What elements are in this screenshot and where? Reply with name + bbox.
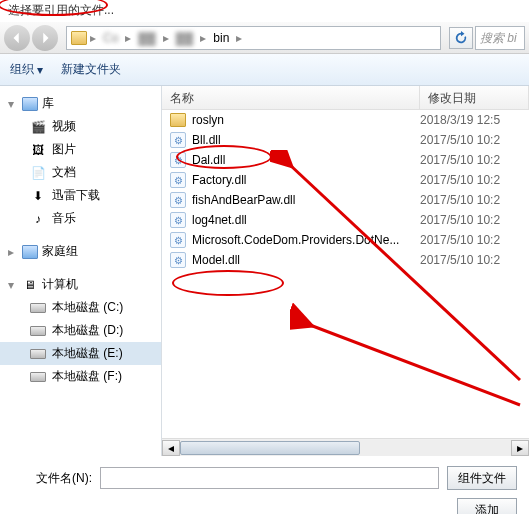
file-date: 2017/5/10 10:2 [420,253,500,267]
dialog-footer: 文件名(N): 组件文件 添加 [0,456,529,514]
dll-file-icon: ⚙ [170,192,186,208]
filename-label: 文件名(N): [12,470,92,487]
item-icon: ♪ [30,212,46,226]
file-date: 2017/5/10 10:2 [420,233,500,247]
library-icon [22,97,38,111]
crumb-item[interactable]: ▓▓ [134,29,160,47]
file-name: roslyn [192,113,224,127]
crumb-sep-icon: ▸ [236,31,242,45]
sidebar-item[interactable]: ⬇迅雷下载 [0,184,161,207]
file-name: Model.dll [192,253,240,267]
file-date: 2017/5/10 10:2 [420,133,500,147]
file-date: 2017/5/10 10:2 [420,173,500,187]
file-row[interactable]: ⚙log4net.dll2017/5/10 10:2 [162,210,529,230]
scroll-track[interactable] [180,440,511,456]
forward-arrow-icon [38,31,52,45]
filter-dropdown[interactable]: 组件文件 [447,466,517,490]
navigation-bar: ▸ Co ▸ ▓▓ ▸ ▓▓ ▸ bin ▸ 搜索 bi [0,22,529,54]
item-icon: ⬇ [30,189,46,203]
drive-icon [30,326,46,336]
file-row[interactable]: ⚙Model.dll2017/5/10 10:2 [162,250,529,270]
file-list-area: 名称 修改日期 roslyn2018/3/19 12:5⚙Bll.dll2017… [162,86,529,456]
dll-file-icon: ⚙ [170,132,186,148]
sidebar-item[interactable]: 📄文档 [0,161,161,184]
sidebar-drive-item[interactable]: 本地磁盘 (D:) [0,319,161,342]
window-title: 选择要引用的文件... [8,3,114,17]
file-row[interactable]: ⚙Dal.dll2017/5/10 10:2 [162,150,529,170]
sidebar-item-label: 本地磁盘 (F:) [52,368,122,385]
item-icon: 📄 [30,166,46,180]
sidebar-item-label: 文档 [52,164,76,181]
column-headers: 名称 修改日期 [162,86,529,110]
sidebar-item[interactable]: 🖼图片 [0,138,161,161]
sidebar-group-computer[interactable]: ▾ 🖥 计算机 [0,273,161,296]
back-arrow-icon [10,31,24,45]
crumb-item[interactable]: bin [209,29,233,47]
file-row[interactable]: roslyn2018/3/19 12:5 [162,110,529,130]
crumb-sep-icon: ▸ [200,31,206,45]
file-row[interactable]: ⚙Microsoft.CodeDom.Providers.DotNe...201… [162,230,529,250]
search-input[interactable]: 搜索 bi [475,26,525,50]
drive-icon [30,349,46,359]
breadcrumb[interactable]: ▸ Co ▸ ▓▓ ▸ ▓▓ ▸ bin ▸ [66,26,441,50]
file-list[interactable]: roslyn2018/3/19 12:5⚙Bll.dll2017/5/10 10… [162,110,529,438]
dll-file-icon: ⚙ [170,172,186,188]
sidebar-drive-item[interactable]: 本地磁盘 (C:) [0,296,161,319]
computer-icon: 🖥 [22,278,38,292]
file-name: Microsoft.CodeDom.Providers.DotNe... [192,233,399,247]
organize-menu[interactable]: 组织 ▾ [10,61,43,78]
column-date-header[interactable]: 修改日期 [420,86,529,109]
file-name: log4net.dll [192,213,247,227]
item-icon: 🎬 [30,120,46,134]
expand-icon: ▸ [8,245,18,259]
expand-icon: ▾ [8,278,18,292]
file-row[interactable]: ⚙Factory.dll2017/5/10 10:2 [162,170,529,190]
sidebar-item-label: 本地磁盘 (D:) [52,322,123,339]
refresh-icon [454,31,468,45]
sidebar-item-label: 本地磁盘 (E:) [52,345,123,362]
file-name: Dal.dll [192,153,225,167]
sidebar-item-label: 音乐 [52,210,76,227]
toolbar: 组织 ▾ 新建文件夹 [0,54,529,86]
sidebar-item-label: 迅雷下载 [52,187,100,204]
crumb-item[interactable]: Co [99,29,122,47]
sidebar-item[interactable]: 🎬视频 [0,115,161,138]
add-button[interactable]: 添加 [457,498,517,514]
sidebar-group-homegroup[interactable]: ▸ 家庭组 [0,240,161,263]
refresh-button[interactable] [449,27,473,49]
dll-file-icon: ⚙ [170,252,186,268]
horizontal-scrollbar[interactable]: ◂ ▸ [162,438,529,456]
column-name-header[interactable]: 名称 [162,86,420,109]
crumb-item[interactable]: ▓▓ [172,29,198,47]
sidebar-group-library[interactable]: ▾ 库 [0,92,161,115]
file-date: 2017/5/10 10:2 [420,193,500,207]
drive-icon [30,372,46,382]
crumb-sep-icon: ▸ [125,31,131,45]
chevron-down-icon: ▾ [37,63,43,77]
scroll-right-button[interactable]: ▸ [511,440,529,456]
drive-icon [30,303,46,313]
folder-icon [170,113,186,127]
filename-input[interactable] [100,467,439,489]
sidebar-item-label: 本地磁盘 (C:) [52,299,123,316]
item-icon: 🖼 [30,143,46,157]
file-name: Factory.dll [192,173,246,187]
file-row[interactable]: ⚙fishAndBearPaw.dll2017/5/10 10:2 [162,190,529,210]
new-folder-button[interactable]: 新建文件夹 [61,61,121,78]
sidebar-item[interactable]: ♪音乐 [0,207,161,230]
file-date: 2017/5/10 10:2 [420,153,500,167]
file-row[interactable]: ⚙Bll.dll2017/5/10 10:2 [162,130,529,150]
file-name: fishAndBearPaw.dll [192,193,295,207]
file-date: 2017/5/10 10:2 [420,213,500,227]
forward-button[interactable] [32,25,58,51]
back-button[interactable] [4,25,30,51]
crumb-sep-icon: ▸ [90,31,96,45]
expand-icon: ▾ [8,97,18,111]
sidebar-drive-item[interactable]: 本地磁盘 (E:) [0,342,161,365]
scroll-thumb[interactable] [180,441,360,455]
sidebar-item-label: 视频 [52,118,76,135]
homegroup-icon [22,245,38,259]
sidebar-drive-item[interactable]: 本地磁盘 (F:) [0,365,161,388]
dll-file-icon: ⚙ [170,152,186,168]
scroll-left-button[interactable]: ◂ [162,440,180,456]
